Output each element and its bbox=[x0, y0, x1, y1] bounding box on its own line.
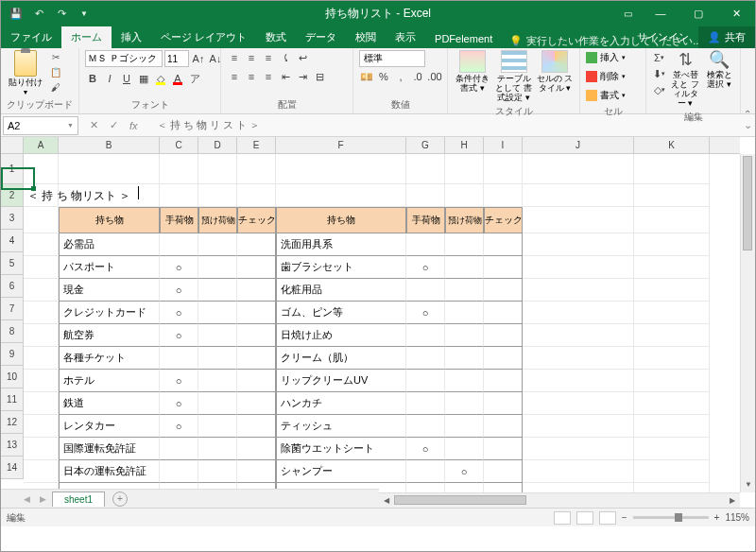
percent-icon[interactable]: % bbox=[376, 69, 391, 84]
cell-I4[interactable] bbox=[484, 233, 523, 256]
cell-H1[interactable] bbox=[445, 154, 484, 184]
cell-J14[interactable] bbox=[523, 460, 634, 483]
font-name-input[interactable] bbox=[85, 50, 163, 67]
cell-F7[interactable]: ゴム、ピン等 bbox=[276, 302, 406, 324]
italic-button[interactable]: I bbox=[102, 71, 117, 86]
row-header-13[interactable]: 13 bbox=[1, 434, 24, 457]
align-bottom-icon[interactable]: ≡ bbox=[261, 50, 276, 65]
add-sheet-button[interactable]: + bbox=[112, 492, 128, 507]
cell-E1[interactable] bbox=[237, 154, 276, 184]
cell-G12[interactable] bbox=[406, 415, 445, 438]
cell-A8[interactable] bbox=[24, 324, 59, 347]
vscroll-thumb[interactable] bbox=[743, 156, 752, 250]
header-item-2[interactable]: 持ち物 bbox=[276, 207, 406, 233]
row-header-12[interactable]: 12 bbox=[1, 411, 24, 434]
increase-decimal-icon[interactable]: .0 bbox=[410, 69, 425, 84]
cell-I9[interactable] bbox=[484, 347, 523, 370]
maximize-icon[interactable]: ▢ bbox=[679, 1, 717, 26]
cell-H15[interactable] bbox=[445, 483, 484, 492]
cell-J12[interactable] bbox=[523, 415, 634, 438]
cell-C11[interactable]: ○ bbox=[160, 392, 198, 415]
cell-J13[interactable] bbox=[523, 438, 634, 460]
sheet-nav-next-icon[interactable]: ▶ bbox=[36, 494, 50, 504]
copy-icon[interactable]: 📋 bbox=[48, 65, 63, 78]
cell-J6[interactable] bbox=[523, 279, 634, 302]
cell-D4[interactable] bbox=[198, 233, 237, 256]
qat-customize-icon[interactable]: ▼ bbox=[75, 4, 94, 23]
cell-G9[interactable] bbox=[406, 347, 445, 370]
cell-F4[interactable]: 洗面用具系 bbox=[276, 233, 406, 256]
select-all-corner[interactable] bbox=[1, 137, 24, 154]
cell-G5[interactable]: ○ bbox=[406, 256, 445, 279]
cell-I10[interactable] bbox=[484, 370, 523, 392]
tab-view[interactable]: 表示 bbox=[386, 26, 425, 48]
namebox-dropdown-icon[interactable]: ▼ bbox=[67, 122, 74, 129]
cell-B13[interactable]: 国際運転免許証 bbox=[59, 438, 160, 460]
cell-C5[interactable]: ○ bbox=[160, 256, 198, 279]
cell-H10[interactable] bbox=[445, 370, 484, 392]
cell-I14[interactable] bbox=[484, 460, 523, 483]
cell-A10[interactable] bbox=[24, 370, 59, 392]
cell-K15[interactable] bbox=[634, 483, 710, 492]
cell-K14[interactable] bbox=[634, 460, 710, 483]
cell-H11[interactable] bbox=[445, 392, 484, 415]
cell-F13[interactable]: 除菌ウエットシート bbox=[276, 438, 406, 460]
cell-A2-title[interactable]: ＜ 持 ち 物リスト ＞ bbox=[24, 184, 59, 207]
cell-G10[interactable] bbox=[406, 370, 445, 392]
cell-I8[interactable] bbox=[484, 324, 523, 347]
cell-I11[interactable] bbox=[484, 392, 523, 415]
sheet-nav-prev-icon[interactable]: ◀ bbox=[20, 494, 34, 504]
close-icon[interactable]: ✕ bbox=[717, 1, 755, 26]
cell-B6[interactable]: 現金 bbox=[59, 279, 160, 302]
find-select-button[interactable]: 🔍検索と 選択 ▾ bbox=[704, 50, 734, 90]
align-middle-icon[interactable]: ≡ bbox=[244, 50, 259, 65]
insert-cells-button[interactable]: 挿入 ▾ bbox=[586, 50, 626, 65]
header-check-2[interactable]: 預け荷物 bbox=[445, 207, 484, 233]
orientation-icon[interactable]: ⤹ bbox=[278, 50, 293, 65]
cell-D7[interactable] bbox=[198, 302, 237, 324]
enter-formula-icon[interactable]: ✓ bbox=[106, 119, 122, 131]
cell-F8[interactable]: 日焼け止め bbox=[276, 324, 406, 347]
cell-H8[interactable] bbox=[445, 324, 484, 347]
border-button[interactable]: ▦ bbox=[136, 71, 151, 86]
currency-icon[interactable]: 💴 bbox=[359, 69, 374, 84]
cell-K11[interactable] bbox=[634, 392, 710, 415]
cell-F1[interactable] bbox=[276, 154, 406, 184]
cell-K3[interactable] bbox=[634, 207, 710, 233]
cell-F5[interactable]: 歯ブラシセット bbox=[276, 256, 406, 279]
expand-formula-bar-icon[interactable]: ⌄ bbox=[740, 119, 755, 131]
cell-A11[interactable] bbox=[24, 392, 59, 415]
cell-H7[interactable] bbox=[445, 302, 484, 324]
cell-B11[interactable]: 鉄道 bbox=[59, 392, 160, 415]
decrease-indent-icon[interactable]: ⇤ bbox=[278, 69, 293, 84]
cell-F14[interactable]: シャンプー bbox=[276, 460, 406, 483]
cell-C6[interactable]: ○ bbox=[160, 279, 198, 302]
row-header-8[interactable]: 8 bbox=[1, 320, 24, 343]
cell-K9[interactable] bbox=[634, 347, 710, 370]
paste-button[interactable]: 貼り付け ▼ bbox=[7, 50, 44, 95]
cell-G1[interactable] bbox=[406, 154, 445, 184]
scroll-right-icon[interactable]: ▶ bbox=[725, 493, 740, 508]
cell-H13[interactable] bbox=[445, 438, 484, 460]
cell-K7[interactable] bbox=[634, 302, 710, 324]
cell-A9[interactable] bbox=[24, 347, 59, 370]
cell-C1[interactable] bbox=[160, 154, 198, 184]
row-header-3[interactable]: 3 bbox=[1, 207, 24, 230]
hscroll-thumb[interactable] bbox=[394, 495, 526, 505]
tab-home[interactable]: ホーム bbox=[61, 26, 112, 48]
zoom-level[interactable]: 115% bbox=[725, 512, 749, 523]
cell-E12[interactable] bbox=[237, 415, 276, 438]
cell-H2[interactable] bbox=[445, 184, 484, 207]
cell-B7[interactable]: クレジットカード bbox=[59, 302, 160, 324]
cell-D12[interactable] bbox=[198, 415, 237, 438]
cell-F10[interactable]: リップクリームUV bbox=[276, 370, 406, 392]
column-header-C[interactable]: C bbox=[160, 137, 198, 153]
autosum-icon[interactable]: Σ ▾ bbox=[652, 50, 666, 65]
cell-J1[interactable] bbox=[523, 154, 634, 184]
cell-D6[interactable] bbox=[198, 279, 237, 302]
header-item-1[interactable]: 持ち物 bbox=[59, 207, 160, 233]
cell-D1[interactable] bbox=[198, 154, 237, 184]
merge-icon[interactable]: ⊟ bbox=[312, 69, 327, 84]
cell-J2[interactable] bbox=[523, 184, 634, 207]
format-painter-icon[interactable]: 🖌 bbox=[48, 80, 63, 94]
